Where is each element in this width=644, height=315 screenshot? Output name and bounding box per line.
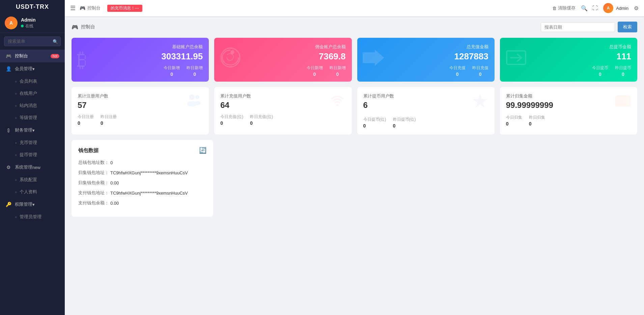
collect-address-value: TC9hfwHXGunj*********9xemsnHuuCsV	[110, 170, 188, 175]
yesterday-value: 0	[472, 71, 488, 77]
stat-card-total-recharge: 总充值金额 1287883 今日充值 0 昨日充值 0	[357, 38, 495, 82]
sidebar-item-label: 提币管理	[20, 152, 37, 158]
yesterday-label: 昨日新增	[187, 65, 203, 71]
page-title-icon: 🎮	[72, 24, 78, 30]
report-date-input[interactable]	[541, 22, 615, 32]
wallet-total-address-row: 总钱包地址数： 0	[78, 160, 206, 166]
card2-header: 累计归集金额 99.99999999	[506, 93, 631, 111]
report-date-area: 检索	[541, 22, 637, 32]
sidebar-item-label: 财务管理	[15, 127, 32, 133]
svg-point-0	[221, 48, 240, 67]
sidebar-item-withdraw-mgmt[interactable]: 提币管理	[0, 149, 65, 161]
card2-header: 累计注册用户数 57	[78, 93, 203, 110]
user-info: Admin 在线	[21, 17, 60, 29]
total-address-label: 总钱包地址数：	[78, 160, 109, 166]
fullscreen-icon[interactable]: ⛶	[592, 5, 598, 11]
collect-balance-label: 归集钱包余额：	[78, 180, 109, 186]
sidebar-item-permission-mgmt[interactable]: 🔑 权限管理 ▾	[0, 198, 65, 211]
sidebar-item-system-config[interactable]: 系统配置	[0, 174, 65, 186]
stat-card-total-withdraw: 总提币金额 111 今日提币 0 昨日提币 0	[500, 38, 637, 82]
search-button[interactable]: 检索	[618, 22, 637, 32]
stat-card-value: 303311.95	[78, 51, 203, 62]
wallet-card-header: 钱包数据 🔄	[78, 147, 206, 154]
sidebar-item-level-mgmt[interactable]: 等级管理	[0, 112, 65, 124]
topbar-user[interactable]: A Admin	[603, 3, 628, 13]
sidebar-item-system-mgmt[interactable]: ⚙ 系统管理 new	[0, 161, 65, 174]
topbar-icons: 🔍 ⛶	[581, 5, 598, 11]
topbar: ☰ 🎮 控制台 的充币消息！--- 🗑 清除缓存 🔍 ⛶ A Admin ⚙	[65, 0, 644, 16]
today-label: 今日提币(位)	[363, 117, 386, 122]
breadcrumb: 🎮 控制台	[80, 5, 101, 11]
system-icon: ⚙	[5, 165, 11, 170]
card2-footer: 今日充值(位) 0 昨日充值(位) 0	[220, 114, 345, 126]
yesterday-label: 昨日充值(位)	[250, 114, 273, 120]
svg-point-6	[194, 101, 201, 105]
sidebar-item-member-mgmt[interactable]: 👤 会员管理 ▾	[0, 62, 65, 75]
yesterday-value: 0	[187, 71, 203, 77]
sidebar-item-member-list[interactable]: 会员列表	[0, 75, 65, 87]
notification-banner[interactable]: 的充币消息！---	[107, 5, 142, 12]
search-topbar-icon[interactable]: 🔍	[581, 5, 588, 11]
stat-card-footer: 今日新增 0 昨日新增 0	[78, 65, 203, 77]
svg-point-3	[189, 94, 195, 100]
card2-title: 累计注册用户数 57	[78, 93, 108, 110]
today-label: 今日充值(位)	[220, 114, 243, 120]
wallet-collect-balance-row: 归集钱包余额： 0.00	[78, 180, 206, 186]
sidebar-item-admin-mgmt[interactable]: 管理员管理	[0, 211, 65, 223]
bitcoin-icon: ₿	[5, 127, 11, 133]
yesterday-collect: 昨日归集 0	[529, 115, 545, 126]
total-address-value: 0	[110, 160, 113, 165]
today-collect: 今日归集 0	[506, 115, 522, 126]
payment-address-label: 支付钱包地址：	[78, 190, 109, 196]
stat-card2-value: 99.99999999	[506, 101, 553, 110]
card2-title: 累计充值用户数 64	[220, 93, 251, 110]
today-withdraw: 今日提币(位) 0	[363, 117, 386, 128]
sidebar-item-site-messages[interactable]: 站内消息	[0, 99, 65, 112]
sidebar-status: 在线	[21, 23, 60, 29]
today-value: 0	[164, 71, 180, 77]
users-icon	[186, 93, 203, 110]
payment-balance-label: 支付钱包余额：	[78, 200, 109, 206]
card2-header: 累计充值用户数 64	[220, 93, 345, 110]
sidebar-item-label: 控制台	[15, 53, 28, 59]
menu-toggle-icon[interactable]: ☰	[70, 4, 76, 12]
sidebar-item-label: 个人资料	[20, 189, 37, 195]
sidebar-username: Admin	[21, 17, 60, 23]
sidebar-item-online-users[interactable]: 在线用户	[0, 87, 65, 99]
yesterday-label: 昨日提币(位)	[393, 117, 416, 122]
yesterday-label: 昨日注册	[101, 114, 117, 120]
stat-cards-row2: 累计注册用户数 57 今日注册	[72, 87, 637, 135]
yesterday-label: 昨日提币	[615, 65, 631, 71]
stat-card-footer: 今日提币 0 昨日提币 0	[506, 65, 631, 77]
sidebar-item-finance-mgmt[interactable]: ₿ 财务管理 ▾	[0, 124, 65, 137]
clear-cache-button[interactable]: 🗑 清除缓存	[552, 5, 576, 11]
wallet-card: 钱包数据 🔄 总钱包地址数： 0 归集钱包地址： TC9hfwHXGunj***…	[72, 140, 213, 217]
today-label: 今日新增	[164, 65, 180, 71]
card2-title: 累计提币用户数 6	[363, 93, 394, 110]
refresh-icon[interactable]: 🔄	[199, 147, 206, 154]
sidebar-item-label: 站内消息	[20, 103, 37, 109]
sidebar-item-label: 会员管理	[15, 66, 32, 72]
today-withdraw: 今日提币 0	[592, 65, 608, 77]
today-value: 0	[363, 123, 386, 128]
topbar-settings-icon[interactable]: ⚙	[634, 5, 639, 11]
sidebar-user-section: A Admin 在线	[0, 13, 65, 33]
status-text: 在线	[25, 23, 33, 29]
collect-balance-value: 0.00	[110, 180, 119, 185]
today-register: 今日注册 0	[78, 114, 94, 126]
sidebar-item-dashboard[interactable]: 🎮 控制台 hot	[0, 50, 65, 62]
sidebar-item-personal-info[interactable]: 个人资料	[0, 186, 65, 198]
search-icon: 🔍	[53, 39, 58, 44]
yesterday-value: 0	[330, 71, 346, 77]
today-value: 0	[506, 121, 522, 126]
search-input[interactable]	[4, 36, 61, 46]
sidebar-item-label: 权限管理	[15, 201, 32, 207]
stat-card-footer: 今日新增 0 昨日新增 0	[220, 65, 345, 77]
sidebar-item-label: 系统管理	[15, 164, 32, 170]
sidebar-item-recharge-mgmt[interactable]: 充币管理	[0, 137, 65, 149]
svg-rect-9	[626, 101, 630, 104]
page-title-area: 🎮 控制台	[72, 24, 95, 30]
member-icon: 👤	[5, 66, 11, 71]
svg-point-4	[195, 95, 199, 99]
collect-address-label: 归集钱包地址：	[78, 170, 109, 176]
